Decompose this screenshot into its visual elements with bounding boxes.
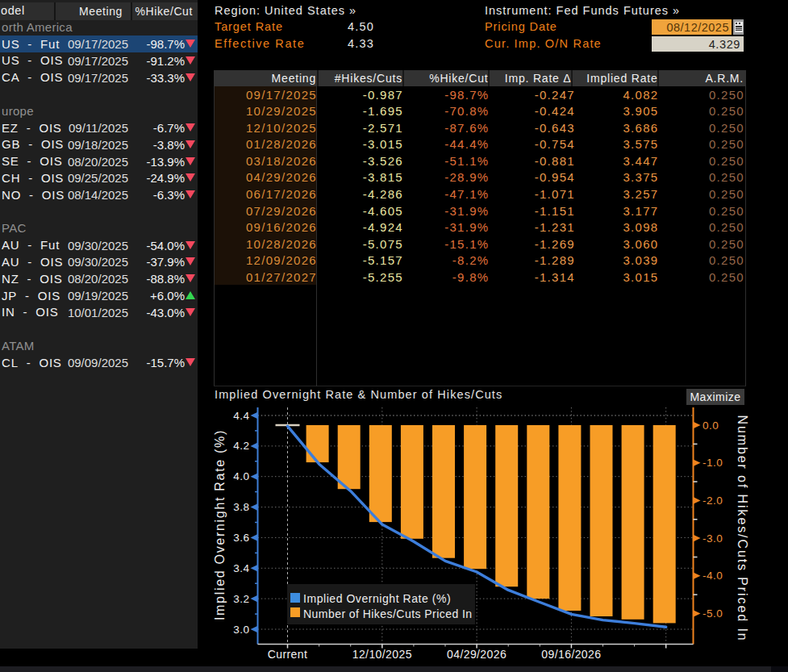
svg-text:-2.0: -2.0 <box>703 495 723 507</box>
svg-text:04/29/2026: 04/29/2026 <box>447 648 507 661</box>
svg-text:Implied Overnight Rate (%): Implied Overnight Rate (%) <box>213 429 227 620</box>
svg-text:3.2: 3.2 <box>233 593 249 605</box>
svg-text:0.0: 0.0 <box>703 419 719 432</box>
svg-text:-3.0: -3.0 <box>703 532 723 545</box>
svg-text:4.4: 4.4 <box>233 410 249 422</box>
svg-text:-4.0: -4.0 <box>703 570 723 582</box>
svg-text:3.6: 3.6 <box>233 532 249 544</box>
svg-text:Number of Hikes/Cuts Priced In: Number of Hikes/Cuts Priced In <box>736 415 749 641</box>
svg-text:Current: Current <box>268 648 307 661</box>
svg-text:12/10/2025: 12/10/2025 <box>352 648 412 661</box>
svg-text:-1.0: -1.0 <box>703 457 723 469</box>
svg-text:4.2: 4.2 <box>233 440 249 452</box>
svg-text:4.0: 4.0 <box>233 470 249 482</box>
svg-text:3.4: 3.4 <box>233 562 249 574</box>
svg-text:3.0: 3.0 <box>233 624 249 636</box>
svg-text:3.8: 3.8 <box>233 501 249 513</box>
svg-text:-5.0: -5.0 <box>703 607 723 620</box>
svg-text:09/16/2026: 09/16/2026 <box>541 648 601 661</box>
